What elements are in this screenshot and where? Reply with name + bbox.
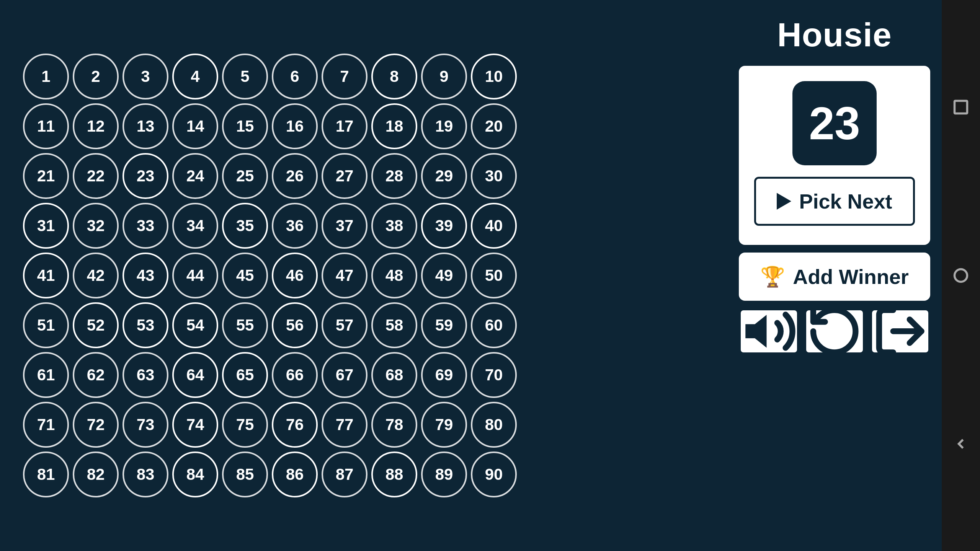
add-winner-button[interactable]: 🏆 Add Winner (739, 253, 930, 301)
number-ball-87[interactable]: 87 (322, 452, 368, 497)
number-ball-5[interactable]: 5 (222, 54, 268, 99)
number-ball-22[interactable]: 22 (73, 153, 119, 199)
number-ball-81[interactable]: 81 (23, 452, 69, 497)
number-ball-3[interactable]: 3 (122, 54, 168, 99)
number-ball-51[interactable]: 51 (23, 302, 69, 348)
number-ball-67[interactable]: 67 (322, 352, 368, 398)
volume-icon (741, 303, 797, 359)
number-ball-53[interactable]: 53 (122, 302, 168, 348)
reset-button[interactable] (804, 308, 864, 354)
number-ball-13[interactable]: 13 (122, 103, 168, 149)
number-ball-43[interactable]: 43 (122, 253, 168, 298)
number-ball-38[interactable]: 38 (371, 203, 417, 249)
number-ball-44[interactable]: 44 (172, 253, 218, 298)
number-ball-11[interactable]: 11 (23, 103, 69, 149)
number-ball-56[interactable]: 56 (272, 302, 318, 348)
nav-circle-icon[interactable] (951, 266, 970, 285)
number-ball-57[interactable]: 57 (322, 302, 368, 348)
number-ball-66[interactable]: 66 (272, 352, 318, 398)
number-ball-68[interactable]: 68 (371, 352, 417, 398)
number-ball-4[interactable]: 4 (172, 54, 218, 99)
number-ball-52[interactable]: 52 (73, 302, 119, 348)
number-ball-54[interactable]: 54 (172, 302, 218, 348)
number-ball-20[interactable]: 20 (471, 103, 517, 149)
number-ball-50[interactable]: 50 (471, 253, 517, 298)
number-ball-21[interactable]: 21 (23, 153, 69, 199)
number-ball-79[interactable]: 79 (421, 402, 467, 448)
number-ball-36[interactable]: 36 (272, 203, 318, 249)
number-ball-86[interactable]: 86 (272, 452, 318, 497)
number-ball-15[interactable]: 15 (222, 103, 268, 149)
number-ball-10[interactable]: 10 (471, 54, 517, 99)
number-ball-74[interactable]: 74 (172, 402, 218, 448)
nav-back-icon[interactable] (951, 434, 970, 453)
number-ball-63[interactable]: 63 (122, 352, 168, 398)
number-ball-14[interactable]: 14 (172, 103, 218, 149)
number-ball-83[interactable]: 83 (122, 452, 168, 497)
number-ball-89[interactable]: 89 (421, 452, 467, 497)
number-ball-7[interactable]: 7 (322, 54, 368, 99)
number-ball-90[interactable]: 90 (471, 452, 517, 497)
number-ball-25[interactable]: 25 (222, 153, 268, 199)
right-panel: Housie 23 Pick Next 🏆 Add Winner (727, 0, 942, 551)
number-ball-85[interactable]: 85 (222, 452, 268, 497)
pick-next-button[interactable]: Pick Next (754, 177, 915, 226)
number-ball-60[interactable]: 60 (471, 302, 517, 348)
number-ball-47[interactable]: 47 (322, 253, 368, 298)
number-ball-26[interactable]: 26 (272, 153, 318, 199)
number-ball-65[interactable]: 65 (222, 352, 268, 398)
number-ball-58[interactable]: 58 (371, 302, 417, 348)
number-ball-35[interactable]: 35 (222, 203, 268, 249)
number-ball-64[interactable]: 64 (172, 352, 218, 398)
number-ball-6[interactable]: 6 (272, 54, 318, 99)
number-ball-33[interactable]: 33 (122, 203, 168, 249)
number-ball-78[interactable]: 78 (371, 402, 417, 448)
number-ball-45[interactable]: 45 (222, 253, 268, 298)
number-ball-71[interactable]: 71 (23, 402, 69, 448)
number-ball-9[interactable]: 9 (421, 54, 467, 99)
number-ball-32[interactable]: 32 (73, 203, 119, 249)
volume-button[interactable] (739, 308, 799, 354)
number-ball-88[interactable]: 88 (371, 452, 417, 497)
number-ball-31[interactable]: 31 (23, 203, 69, 249)
number-ball-17[interactable]: 17 (322, 103, 368, 149)
nav-square-icon[interactable] (951, 98, 970, 117)
number-ball-42[interactable]: 42 (73, 253, 119, 298)
exit-button[interactable] (870, 308, 930, 354)
number-ball-72[interactable]: 72 (73, 402, 119, 448)
number-ball-62[interactable]: 62 (73, 352, 119, 398)
number-ball-18[interactable]: 18 (371, 103, 417, 149)
number-ball-12[interactable]: 12 (73, 103, 119, 149)
number-ball-61[interactable]: 61 (23, 352, 69, 398)
number-ball-34[interactable]: 34 (172, 203, 218, 249)
number-ball-46[interactable]: 46 (272, 253, 318, 298)
number-ball-40[interactable]: 40 (471, 203, 517, 249)
number-ball-27[interactable]: 27 (322, 153, 368, 199)
number-ball-29[interactable]: 29 (421, 153, 467, 199)
number-ball-16[interactable]: 16 (272, 103, 318, 149)
number-ball-80[interactable]: 80 (471, 402, 517, 448)
number-ball-23[interactable]: 23 (122, 153, 168, 199)
number-ball-75[interactable]: 75 (222, 402, 268, 448)
number-ball-39[interactable]: 39 (421, 203, 467, 249)
number-ball-69[interactable]: 69 (421, 352, 467, 398)
number-ball-55[interactable]: 55 (222, 302, 268, 348)
number-ball-84[interactable]: 84 (172, 452, 218, 497)
number-ball-73[interactable]: 73 (122, 402, 168, 448)
number-ball-19[interactable]: 19 (421, 103, 467, 149)
number-ball-28[interactable]: 28 (371, 153, 417, 199)
number-ball-41[interactable]: 41 (23, 253, 69, 298)
number-ball-76[interactable]: 76 (272, 402, 318, 448)
number-ball-8[interactable]: 8 (371, 54, 417, 99)
number-ball-70[interactable]: 70 (471, 352, 517, 398)
number-ball-59[interactable]: 59 (421, 302, 467, 348)
number-ball-30[interactable]: 30 (471, 153, 517, 199)
number-ball-49[interactable]: 49 (421, 253, 467, 298)
number-ball-48[interactable]: 48 (371, 253, 417, 298)
number-ball-37[interactable]: 37 (322, 203, 368, 249)
number-ball-82[interactable]: 82 (73, 452, 119, 497)
number-ball-1[interactable]: 1 (23, 54, 69, 99)
number-ball-77[interactable]: 77 (322, 402, 368, 448)
number-ball-2[interactable]: 2 (73, 54, 119, 99)
number-ball-24[interactable]: 24 (172, 153, 218, 199)
